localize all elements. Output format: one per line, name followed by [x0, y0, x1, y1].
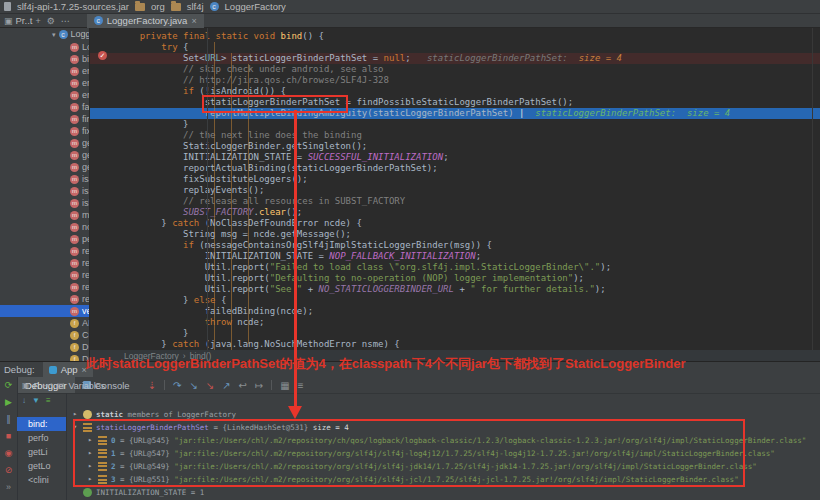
- view-breakpoints-icon[interactable]: ◉: [5, 445, 13, 462]
- structure-item-CO[interactable]: fCO: [0, 329, 89, 341]
- structure-item-re[interactable]: mre: [0, 293, 89, 305]
- run-to-cursor-icon[interactable]: ↦: [255, 380, 263, 391]
- previous-frame-icon[interactable]: ↓: [22, 396, 26, 405]
- structure-item-DE[interactable]: fDE: [0, 341, 89, 353]
- structure-item-re[interactable]: mre: [0, 281, 89, 293]
- structure-list: mLombimenmenmenmfamfirmfixmgemgemgemisam…: [0, 41, 89, 361]
- structure-item-en[interactable]: men: [0, 89, 89, 101]
- show-execution-point-icon[interactable]: ⇣: [148, 380, 156, 391]
- structure-item-isa[interactable]: misa: [0, 173, 89, 185]
- stack-frame-perfo[interactable]: perfo: [17, 431, 66, 445]
- step-out-icon[interactable]: ↗: [222, 380, 230, 391]
- breakpoint-icon[interactable]: ✓: [98, 51, 107, 60]
- pin-icon[interactable]: ↦*: [43, 381, 53, 390]
- structure-item-fix[interactable]: mfix: [0, 125, 89, 137]
- method-icon: m: [70, 139, 79, 148]
- variables-header: ▣ F ↦* ▤ Variables: [22, 378, 105, 393]
- filter-frames-icon[interactable]: ▼: [32, 396, 40, 405]
- breadcrumb-org[interactable]: org: [151, 1, 165, 12]
- field-icon: f: [70, 331, 79, 340]
- structure-item-label: fir: [82, 113, 90, 125]
- code-line: try {: [90, 42, 820, 53]
- pause-icon[interactable]: ∥: [6, 411, 11, 428]
- code-line: String msg = ncde.getMessage();: [90, 229, 820, 240]
- code-line: }: [90, 119, 820, 130]
- project-tool-button[interactable]: Pr..t: [16, 15, 33, 26]
- method-icon: m: [70, 115, 79, 124]
- drop-frame-icon[interactable]: ↩: [239, 380, 247, 391]
- chevron-down-icon[interactable]: ▾: [52, 28, 56, 41]
- resume-icon[interactable]: ▶: [5, 394, 12, 411]
- stack-frame-getLi[interactable]: getLi: [17, 445, 66, 459]
- structure-item-en[interactable]: men: [0, 77, 89, 89]
- method-icon: m: [70, 295, 79, 304]
- structure-item-ge[interactable]: mge: [0, 137, 89, 149]
- debug-toolbar: ⇣↷↘↘↗↩↦▦≡: [148, 380, 304, 391]
- stack-frame-getLo[interactable]: getLo: [17, 459, 66, 473]
- breadcrumb-class[interactable]: LoggerFactory: [225, 1, 286, 12]
- variable-row[interactable]: INITIALIZATION_STATE = 1: [66, 486, 820, 499]
- structure-item-AP[interactable]: fAP: [0, 317, 89, 329]
- structure-item-fir[interactable]: mfir: [0, 113, 89, 125]
- step-over-icon[interactable]: ↷: [173, 380, 181, 391]
- structure-item-label: re: [82, 245, 90, 257]
- method-icon: m: [70, 127, 79, 136]
- stack-frame-clini[interactable]: <clini: [17, 473, 66, 487]
- structure-item-ge[interactable]: mge: [0, 161, 89, 173]
- structure-item-bi[interactable]: mbi: [0, 53, 89, 65]
- structure-item-DE[interactable]: fDE: [0, 353, 89, 361]
- tool-window-icon[interactable]: ▣: [4, 16, 13, 26]
- structure-item-re[interactable]: mre: [0, 245, 89, 257]
- structure-item-pe[interactable]: mpe: [0, 233, 89, 245]
- structure-item-ve[interactable]: mve: [0, 305, 89, 317]
- settings-icon[interactable]: ⚙: [47, 16, 55, 26]
- structure-item-re[interactable]: mre: [0, 257, 89, 269]
- structure-panel[interactable]: ▾ c Logg mLombimenmenmenmfamfirmfixmgemg…: [0, 28, 90, 361]
- layout-settings-icon[interactable]: ≡: [298, 380, 304, 391]
- expand-arrow-icon[interactable]: [73, 486, 83, 499]
- rerun-icon[interactable]: ⟳: [5, 377, 13, 394]
- structure-item-Lo[interactable]: mLo: [0, 41, 89, 53]
- structure-item-fa[interactable]: mfa: [0, 101, 89, 113]
- mute-breakpoints-icon[interactable]: ⊘: [5, 462, 13, 479]
- threads-icon[interactable]: ≡: [46, 396, 51, 405]
- structure-item-m[interactable]: mm: [0, 209, 89, 221]
- code-line: Util.report("See " + NO_STATICLOGGERBIND…: [90, 284, 820, 295]
- toolbar-separator: [271, 380, 272, 390]
- method-icon: m: [70, 223, 79, 232]
- structure-item-label: Lo: [82, 41, 90, 53]
- force-step-into-icon[interactable]: ↘: [206, 380, 214, 391]
- structure-item-label: ve: [82, 305, 90, 317]
- more-icon[interactable]: »: [6, 479, 11, 496]
- collapse-all-icon[interactable]: +: [35, 16, 40, 26]
- evaluate-expression-icon[interactable]: ▦: [280, 380, 289, 391]
- breadcrumb-jar[interactable]: slf4j-api-1.7.25-sources.jar: [17, 1, 129, 12]
- structure-item-isl[interactable]: misl: [0, 197, 89, 209]
- structure-item-en[interactable]: men: [0, 65, 89, 77]
- indent-guide: [214, 42, 215, 350]
- jar-icon: [4, 2, 11, 11]
- close-icon[interactable]: ×: [191, 16, 196, 26]
- structure-item-re[interactable]: mre: [0, 269, 89, 281]
- session-tab-label: App: [61, 364, 78, 375]
- static-icon: [83, 410, 92, 419]
- structure-root[interactable]: ▾ c Logg: [0, 28, 89, 41]
- code-editor[interactable]: private final static void bind() { try {…: [90, 28, 820, 350]
- step-into-icon[interactable]: ↘: [189, 380, 197, 391]
- method-icon: m: [70, 271, 79, 280]
- structure-item-ge[interactable]: mge: [0, 149, 89, 161]
- stop-icon[interactable]: ■: [6, 428, 11, 445]
- structure-item-label: ge: [82, 149, 90, 161]
- code-line: // skip check under android, see also: [90, 64, 820, 75]
- tab-loggerfactory-java[interactable]: c LoggerFactory.java ×: [87, 14, 204, 28]
- stack-frame-bind[interactable]: bind:: [17, 417, 66, 431]
- breadcrumb-slf4j[interactable]: slf4j: [187, 1, 204, 12]
- structure-root-label: Logg: [71, 28, 90, 41]
- class-icon: c: [59, 30, 68, 39]
- variables-tab-label[interactable]: Variables: [68, 381, 105, 391]
- structure-item-isI[interactable]: misI: [0, 185, 89, 197]
- frames-toggle-icon[interactable]: ▣: [22, 381, 30, 390]
- structure-item-no[interactable]: mno: [0, 221, 89, 233]
- code-line: if (!isAndroid()) {: [90, 86, 820, 97]
- more-options-icon[interactable]: ⋯: [61, 16, 70, 26]
